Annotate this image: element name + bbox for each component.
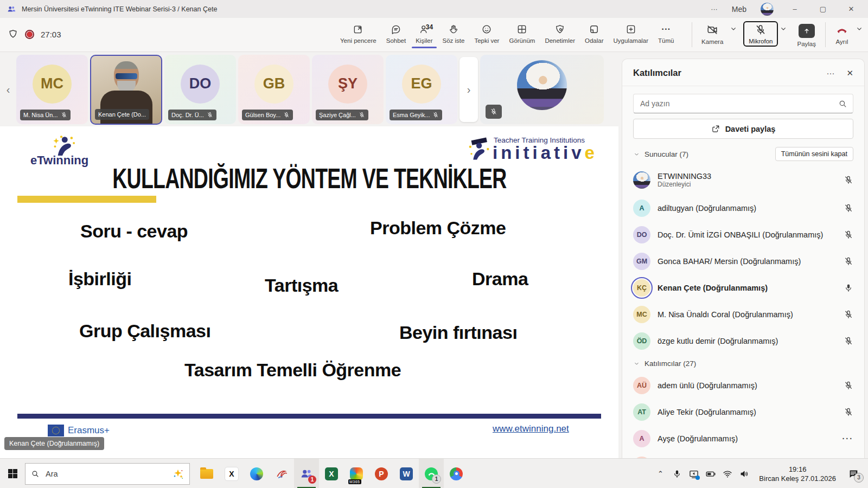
name-chip: Şaziye Çağl... [316, 110, 368, 120]
leave-button[interactable]: Ayrıl [830, 21, 854, 48]
battery-icon[interactable] [704, 467, 717, 480]
row-more-button[interactable]: ··· [843, 434, 854, 443]
mic-off-icon[interactable] [844, 407, 853, 417]
capcut-icon[interactable]: X [219, 459, 244, 488]
participant-row[interactable]: ÖD özge kutlu demir (Doğrulanmamış) [622, 328, 864, 354]
participant-row[interactable]: AT Aliye Tekir (Doğrulanmamış) [622, 399, 864, 425]
file-explorer-icon[interactable] [194, 459, 219, 488]
divider [692, 22, 692, 47]
word-icon[interactable]: W [394, 459, 419, 488]
new-window-button[interactable]: Yeni pencere [335, 21, 381, 47]
tray-cast-icon[interactable] [687, 467, 700, 480]
chat-button[interactable]: Sohbet [381, 21, 411, 47]
mic-off-icon[interactable] [844, 381, 853, 390]
volume-icon[interactable] [738, 467, 751, 480]
camera-button[interactable]: Kamera [697, 21, 728, 48]
grid-view-icon [516, 24, 527, 35]
tray-expand-chevron-icon[interactable]: ⌃ [654, 467, 667, 480]
chevron-down-icon[interactable] [633, 360, 640, 367]
leave-options-chevron-icon[interactable] [855, 24, 864, 33]
chrome-icon[interactable] [444, 459, 469, 488]
mic-off-icon[interactable] [844, 310, 853, 319]
participant-row[interactable]: DO Doç. Dr. Ümit İZGİ ONBAŞILI (Doğrulan… [622, 221, 864, 248]
participant-search[interactable] [633, 94, 853, 113]
mic-off-icon[interactable] [844, 336, 853, 346]
recording-indicator-icon [25, 30, 34, 39]
video-tile[interactable]: EG Esma Geyik... [386, 55, 457, 124]
etwinning33-photo-avatar [517, 60, 567, 110]
snipping-sketch-icon[interactable] [269, 459, 294, 488]
filmstrip-prev-button[interactable]: ‹ [0, 84, 16, 96]
titlebar-more-button[interactable]: ··· [711, 5, 718, 13]
taskbar-search-input[interactable] [44, 469, 167, 479]
slide-item: Tasarım Temelli Öğrenme [184, 359, 401, 381]
filmstrip-next-button[interactable]: › [459, 57, 478, 122]
whatsapp-icon[interactable]: 1 [419, 459, 444, 488]
video-tile-speaking[interactable]: Kenan Çete (Do... [90, 55, 162, 125]
react-button[interactable]: Tepki ver [469, 21, 504, 47]
video-tile[interactable]: GB Gülsen Boy... [238, 55, 310, 124]
raise-hand-button[interactable]: Söz iste [437, 21, 469, 47]
mic-on-icon[interactable] [844, 283, 853, 293]
avatar: GM [633, 253, 650, 270]
mute-all-button[interactable]: Tümünün sesini kapat [775, 147, 853, 161]
start-button[interactable] [0, 459, 25, 488]
participant-row[interactable]: GM Gonca BAHAR/ Mersin (Doğrulanmamış) [622, 248, 864, 274]
video-tile[interactable]: ŞY Şaziye Çağl... [312, 55, 384, 124]
maximize-button[interactable]: ▢ [816, 5, 830, 13]
controls-button[interactable]: Denetimler [540, 21, 580, 47]
profile-avatar[interactable] [761, 3, 774, 16]
participant-row[interactable]: AÜ adem ünlü (Doğrulanmamış) [622, 372, 864, 399]
video-tile[interactable]: DO Doç. Dr. Ü... [164, 55, 236, 124]
taskbar-search[interactable] [25, 463, 190, 485]
teams-taskbar-icon[interactable]: 1 [294, 459, 319, 488]
tray-clock[interactable]: 19:16 Bircan Keleş 27.01.2026 [755, 465, 840, 483]
panel-title: Katılımcılar [633, 68, 681, 78]
edge-icon[interactable] [244, 459, 269, 488]
mic-button[interactable]: Mikrofon [743, 21, 778, 47]
mic-off-icon [207, 112, 213, 118]
copilot-m365-icon[interactable]: M365 [344, 459, 369, 488]
notification-center-button[interactable]: 3 [844, 466, 863, 482]
panel-close-button[interactable]: ✕ [846, 68, 853, 78]
windows-taskbar: X 1 X M365 P W 1 ⌃ 19:16 Bircan Keleş 27… [0, 458, 868, 488]
mic-off-icon[interactable] [844, 203, 853, 213]
people-tab[interactable]: 34Kişiler [411, 21, 437, 47]
participant-name: Ayşe (Doğrulanmamış) [658, 434, 835, 443]
search-input[interactable] [639, 99, 838, 108]
powerpoint-icon[interactable]: P [369, 459, 394, 488]
wifi-icon[interactable] [721, 467, 734, 480]
chevron-down-icon[interactable] [633, 151, 640, 158]
share-button[interactable]: Paylaş [792, 21, 821, 50]
close-button[interactable]: ✕ [844, 5, 858, 13]
mic-off-icon[interactable] [844, 230, 853, 240]
tray-mic-icon[interactable] [671, 467, 684, 480]
participant-row[interactable]: A Ayşe (Doğrulanmamış) ··· [622, 425, 864, 452]
participant-row[interactable]: A adiltugyan (Doğrulanmamış) [622, 195, 864, 221]
participant-row[interactable]: MC M. Nisa Ünaldı Coral (Doğrulanmamış) [622, 301, 864, 328]
mic-off-icon[interactable] [844, 175, 853, 185]
participant-row[interactable]: ETWINNING33Düzenleyici [622, 165, 864, 195]
apps-button[interactable]: Uygulamalar [609, 21, 654, 47]
mic-options-chevron-icon[interactable] [779, 24, 788, 33]
sunglasses [116, 73, 137, 79]
view-button[interactable]: Görünüm [504, 21, 540, 47]
share-invite-button[interactable]: Daveti paylaş [633, 119, 853, 139]
excel-icon[interactable]: X [319, 459, 344, 488]
slide-title: KULLANDIĞIMIZ YÖNTEM VE TEKNİKLER [16, 162, 602, 195]
mic-off-icon[interactable] [844, 256, 853, 266]
window-title: Mersin Üniversitesi eTwinning ITE Webina… [22, 5, 217, 13]
minimize-button[interactable]: – [788, 5, 802, 13]
participant-row-active-speaker[interactable]: KÇ Kenan Çete (Doğrulanmamış) [622, 274, 864, 301]
camera-options-chevron-icon[interactable] [729, 24, 738, 33]
video-tile[interactable]: MC M. Nisa Ün... [16, 55, 88, 124]
mic-off-icon [432, 112, 439, 118]
video-tile-photo[interactable] [480, 55, 604, 124]
presenters-section-header[interactable]: Sunucular (7) [644, 150, 688, 158]
tenant-label[interactable]: Meb [732, 5, 746, 14]
panel-more-button[interactable]: ··· [826, 68, 834, 78]
attendees-section-header[interactable]: Katılımcılar (27) [644, 359, 696, 368]
rooms-button[interactable]: Odalar [580, 21, 609, 47]
copilot-sparkle-icon[interactable] [172, 468, 184, 480]
more-actions-button[interactable]: ···Tümü [653, 21, 679, 47]
